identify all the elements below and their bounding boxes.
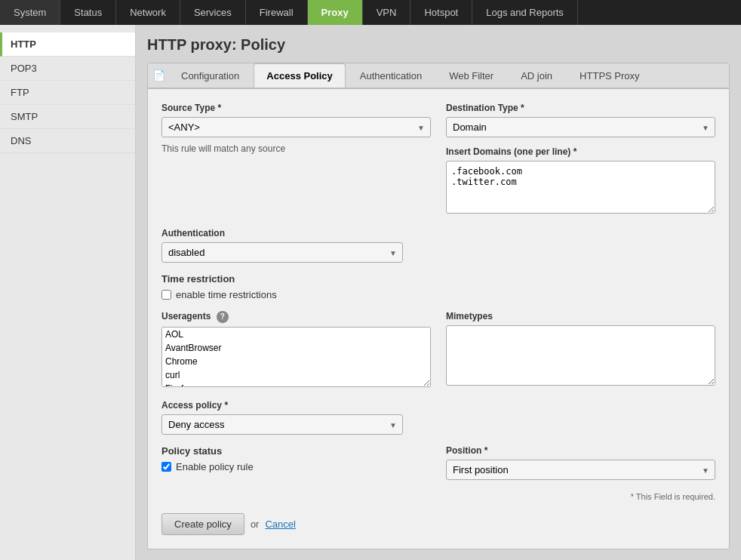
position-wrapper: First position Last position xyxy=(446,460,715,480)
destination-type-wrapper: Domain IP Address Network Category xyxy=(446,117,715,137)
insert-domains-textarea[interactable]: .facebook.com .twitter.com xyxy=(446,161,715,214)
position-select[interactable]: First position Last position xyxy=(446,460,715,480)
or-text: or xyxy=(251,518,260,530)
nav-firewall[interactable]: Firewall xyxy=(246,0,308,25)
nav-proxy[interactable]: Proxy xyxy=(308,0,363,25)
policy-status-col: Policy status Enable policy rule xyxy=(161,445,431,480)
sidebar-item-http[interactable]: HTTP xyxy=(0,32,135,57)
time-restriction-row: Time restriction enable time restriction… xyxy=(161,273,715,300)
sidebar-item-dns[interactable]: DNS xyxy=(0,129,135,153)
sidebar: HTTP POP3 FTP SMTP DNS xyxy=(0,25,136,560)
authentication-label: Authentication xyxy=(161,228,715,238)
useragents-select[interactable]: AOL AvantBrowser Chrome curl Firefox Fro… xyxy=(161,327,431,387)
access-policy-select[interactable]: Deny access Allow access xyxy=(161,414,403,435)
authentication-row: Authentication disabled enabled xyxy=(161,228,715,263)
nav-network[interactable]: Network xyxy=(116,0,180,25)
tab-ad-join[interactable]: AD join xyxy=(508,63,565,88)
time-restriction-checkbox-row: enable time restrictions xyxy=(161,289,715,300)
authentication-wrapper: disabled enabled xyxy=(161,242,403,263)
nav-hotspot[interactable]: Hotspot xyxy=(410,0,472,25)
tab-bar: 📄 Configuration Access Policy Authentica… xyxy=(148,63,729,89)
tab-authentication[interactable]: Authentication xyxy=(347,63,435,88)
tab-https-proxy[interactable]: HTTPS Proxy xyxy=(567,63,652,88)
config-tab-icon: 📄 xyxy=(152,69,165,82)
source-destination-row: Source Type * <ANY> IP Address Network U… xyxy=(161,103,715,216)
tab-web-filter[interactable]: Web Filter xyxy=(436,63,506,88)
access-policy-wrapper: Deny access Allow access xyxy=(161,414,403,435)
source-type-label: Source Type * xyxy=(161,103,431,113)
destination-type-col: Destination Type * Domain IP Address Net… xyxy=(446,103,715,216)
sidebar-item-smtp[interactable]: SMTP xyxy=(0,105,135,129)
access-policy-row: Access policy * Deny access Allow access xyxy=(161,400,715,435)
time-restriction-checkbox-label[interactable]: enable time restrictions xyxy=(176,289,277,300)
policy-status-label: Policy status xyxy=(161,445,431,457)
sidebar-item-ftp[interactable]: FTP xyxy=(0,81,135,105)
tab-configuration[interactable]: Configuration xyxy=(168,63,252,88)
nav-vpn[interactable]: VPN xyxy=(363,0,411,25)
authentication-select[interactable]: disabled enabled xyxy=(161,242,403,263)
button-row: Create policy or Cancel xyxy=(161,513,715,535)
time-restriction-label: Time restriction xyxy=(161,273,715,285)
main-content: HTTP proxy: Policy 📄 Configuration Acces… xyxy=(136,25,741,560)
destination-type-select[interactable]: Domain IP Address Network Category xyxy=(446,117,715,137)
form-area: Source Type * <ANY> IP Address Network U… xyxy=(148,89,729,549)
useragents-label: Useragents ? xyxy=(161,311,431,323)
enable-policy-checkbox[interactable] xyxy=(161,462,171,472)
nav-system[interactable]: System xyxy=(0,0,60,25)
source-type-wrapper: <ANY> IP Address Network User Group xyxy=(161,117,431,137)
source-info-text: This rule will match any source xyxy=(161,143,431,154)
top-navigation: System Status Network Services Firewall … xyxy=(0,0,741,25)
enable-policy-label[interactable]: Enable policy rule xyxy=(176,461,254,472)
insert-domains-label: Insert Domains (one per line) * xyxy=(446,146,715,157)
source-type-select[interactable]: <ANY> IP Address Network User Group xyxy=(161,117,431,137)
time-restriction-checkbox[interactable] xyxy=(161,290,171,300)
useragents-mimetypes-row: Useragents ? AOL AvantBrowser Chrome cur… xyxy=(161,311,715,388)
position-label: Position * xyxy=(446,445,715,456)
nav-services[interactable]: Services xyxy=(180,0,246,25)
sidebar-item-pop3[interactable]: POP3 xyxy=(0,57,135,81)
cancel-button[interactable]: Cancel xyxy=(265,518,295,530)
destination-type-label: Destination Type * xyxy=(446,103,715,113)
useragents-col: Useragents ? AOL AvantBrowser Chrome cur… xyxy=(161,311,431,388)
tab-access-policy[interactable]: Access Policy xyxy=(254,63,345,88)
mimetypes-label: Mimetypes xyxy=(446,311,715,322)
policy-status-position-row: Policy status Enable policy rule Positio… xyxy=(161,445,715,480)
enable-policy-row: Enable policy rule xyxy=(161,461,431,472)
mimetypes-textarea[interactable] xyxy=(446,325,715,386)
mimetypes-col: Mimetypes xyxy=(446,311,715,388)
nav-logs[interactable]: Logs and Reports xyxy=(472,0,578,25)
useragents-help-icon[interactable]: ? xyxy=(217,311,229,323)
required-note: * This Field is required. xyxy=(161,492,715,501)
content-card: 📄 Configuration Access Policy Authentica… xyxy=(147,63,730,549)
access-policy-label: Access policy * xyxy=(161,400,715,411)
source-type-col: Source Type * <ANY> IP Address Network U… xyxy=(161,103,431,216)
create-policy-button[interactable]: Create policy xyxy=(161,513,244,535)
page-title: HTTP proxy: Policy xyxy=(147,36,730,54)
position-col: Position * First position Last position xyxy=(446,445,715,480)
nav-status[interactable]: Status xyxy=(60,0,116,25)
